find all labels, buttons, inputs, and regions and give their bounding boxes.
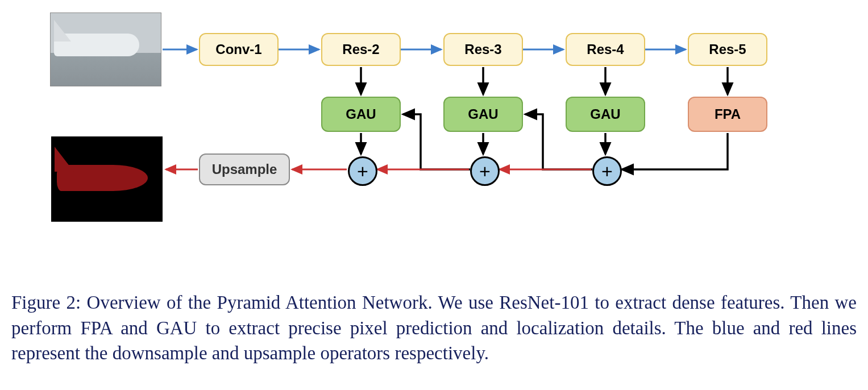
block-gau-2: GAU bbox=[443, 97, 523, 132]
add-node-3: + bbox=[592, 156, 622, 186]
output-image-segmentation bbox=[51, 136, 163, 222]
add-node-2: + bbox=[470, 156, 500, 186]
diagram-canvas: Conv-1 Res-2 Res-3 Res-4 Res-5 GAU GAU G… bbox=[0, 0, 868, 273]
block-gau-1: GAU bbox=[321, 97, 401, 132]
block-conv1: Conv-1 bbox=[199, 33, 279, 66]
add-node-1: + bbox=[348, 156, 377, 186]
figure-caption-text: Overview of the Pyramid Attention Networ… bbox=[11, 292, 857, 363]
block-res5: Res-5 bbox=[688, 33, 767, 66]
block-res4: Res-4 bbox=[566, 33, 645, 66]
block-res2: Res-2 bbox=[321, 33, 401, 66]
block-fpa: FPA bbox=[688, 97, 767, 132]
block-res3: Res-3 bbox=[443, 33, 523, 66]
input-image-airport bbox=[50, 13, 161, 86]
figure-label: Figure 2: bbox=[11, 292, 81, 313]
figure-caption: Figure 2: Overview of the Pyramid Attent… bbox=[11, 290, 857, 366]
airplane-tail bbox=[54, 20, 71, 42]
block-upsample: Upsample bbox=[199, 153, 290, 185]
block-gau-3: GAU bbox=[566, 97, 645, 132]
airplane-silhouette-tail bbox=[55, 147, 74, 172]
